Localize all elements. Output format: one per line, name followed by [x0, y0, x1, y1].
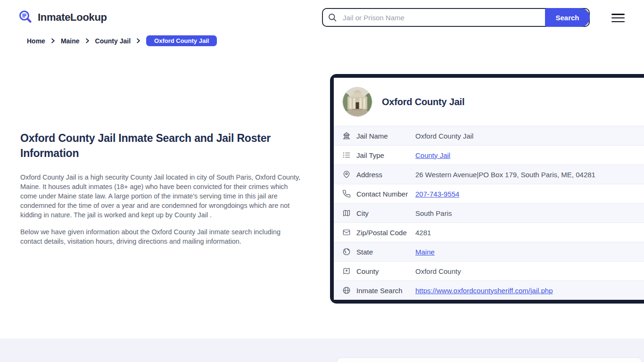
row-label: Jail Type: [356, 151, 415, 159]
inmate-search-link[interactable]: https://www.oxfordcountysheriff.com/jail…: [415, 287, 553, 295]
brand-name: InmateLookup: [38, 11, 107, 24]
article: Oxford County Jail Inmate Search and Jai…: [20, 131, 303, 254]
article-paragraph-2: Below we have given information about th…: [20, 227, 303, 246]
jail-card-header: Oxford County Jail: [334, 78, 644, 126]
page: InmateLookup Search Home Maine County Ja…: [0, 0, 644, 362]
row-label: County: [356, 267, 415, 275]
table-row-jail-name: Jail Name Oxford County Jail: [334, 126, 644, 145]
table-row-county: County Oxford County: [334, 261, 644, 280]
page-title: Oxford County Jail Inmate Search and Jai…: [20, 131, 303, 161]
row-label: Inmate Search: [356, 287, 415, 295]
table-row-state: State Maine: [334, 242, 644, 261]
row-label: Zip/Postal Code: [356, 229, 415, 237]
inmatelookup-logo-icon: [18, 9, 34, 25]
jail-photo: [342, 87, 372, 117]
list-icon: [342, 151, 351, 159]
search-button[interactable]: Search: [545, 8, 590, 27]
globe-icon: [342, 286, 351, 295]
row-value: 4281: [415, 229, 431, 237]
landmark-icon: [342, 132, 351, 140]
row-label: Jail Name: [356, 132, 415, 140]
jail-card-title: Oxford County Jail: [382, 97, 464, 107]
contact-number-link[interactable]: 207-743-9554: [415, 190, 459, 198]
row-label: City: [356, 209, 415, 217]
brand-logo[interactable]: InmateLookup: [18, 9, 107, 25]
globe-americas-icon: [342, 247, 351, 256]
search-bar: Search: [322, 8, 590, 27]
chevron-right-icon: [50, 38, 56, 43]
breadcrumb-maine[interactable]: Maine: [61, 37, 80, 45]
mail-icon: [342, 228, 351, 237]
table-row-inmate-search: Inmate Search https://www.oxfordcountysh…: [334, 280, 644, 300]
jail-info-card: Oxford County Jail Jail Name Oxford Coun…: [330, 74, 644, 304]
chevron-right-icon: [136, 38, 141, 43]
next-card-top-edge: [337, 357, 642, 362]
breadcrumb: Home Maine County Jail Oxford County Jai…: [27, 35, 217, 46]
map-icon: [342, 209, 351, 217]
chevron-right-icon: [85, 38, 90, 43]
table-row-city: City South Paris: [334, 203, 644, 222]
table-row-contact-number: Contact Number 207-743-9554: [334, 184, 644, 203]
breadcrumb-home[interactable]: Home: [27, 37, 45, 45]
row-value: South Paris: [415, 209, 452, 217]
next-section-background: [0, 338, 644, 362]
row-label: Contact Number: [356, 190, 415, 198]
row-value: Oxford County: [415, 267, 461, 275]
breadcrumb-current: Oxford County Jail: [146, 35, 217, 46]
state-link[interactable]: Maine: [415, 248, 435, 256]
table-row-zip: Zip/Postal Code 4281: [334, 222, 644, 242]
row-value: 26 Western Avenue|PO Box 179, South Pari…: [415, 171, 595, 179]
jail-building-image: [342, 87, 372, 117]
map-marker-icon: [342, 267, 351, 275]
table-row-address: Address 26 Western Avenue|PO Box 179, So…: [334, 165, 644, 184]
map-pin-icon: [342, 170, 351, 179]
row-value: Oxford County Jail: [415, 132, 473, 140]
menu-icon[interactable]: [611, 14, 625, 22]
row-label: State: [356, 248, 415, 256]
breadcrumb-county-jail[interactable]: County Jail: [95, 37, 131, 45]
jail-detail-table: Jail Name Oxford County Jail Jail Type C…: [334, 126, 644, 300]
phone-icon: [342, 189, 351, 198]
table-row-jail-type: Jail Type County Jail: [334, 145, 644, 165]
search-icon: [328, 13, 337, 22]
row-label: Address: [356, 171, 415, 179]
article-paragraph-1: Oxford County Jail is a high security Co…: [20, 173, 303, 220]
jail-type-link[interactable]: County Jail: [415, 151, 450, 159]
